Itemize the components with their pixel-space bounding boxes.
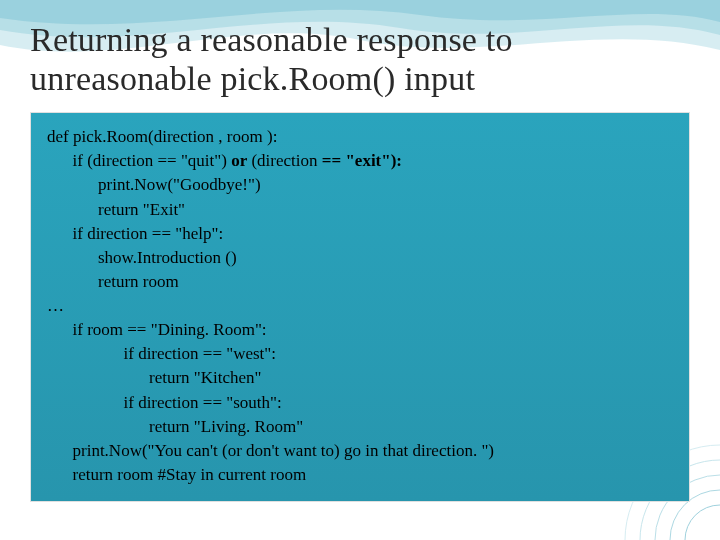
code-line: print.Now("You can't (or don't want to) …	[47, 441, 494, 460]
code-line: return "Living. Room"	[47, 417, 303, 436]
code-line: == "exit"):	[322, 151, 402, 170]
code-line: if direction == "help":	[47, 224, 223, 243]
code-line: return room #Stay in current room	[47, 465, 306, 484]
code-line: return "Kitchen"	[47, 368, 262, 387]
code-line: if room == "Dining. Room":	[47, 320, 267, 339]
code-keyword-or: or	[231, 151, 247, 170]
code-line: …	[47, 296, 64, 315]
code-line: if direction == "south":	[47, 393, 282, 412]
code-line: return "Exit"	[47, 200, 185, 219]
code-line: def pick.Room(direction , room ):	[47, 127, 277, 146]
code-line: print.Now("Goodbye!")	[47, 175, 261, 194]
slide-content: Returning a reasonable response to unrea…	[0, 0, 720, 540]
code-line: (direction	[247, 151, 322, 170]
slide-title: Returning a reasonable response to unrea…	[30, 20, 690, 98]
code-line: show.Introduction ()	[47, 248, 237, 267]
code-line: if (direction == "quit")	[47, 151, 231, 170]
code-line: if direction == "west":	[47, 344, 276, 363]
code-line: return room	[47, 272, 179, 291]
code-block: def pick.Room(direction , room ): if (di…	[30, 112, 690, 502]
